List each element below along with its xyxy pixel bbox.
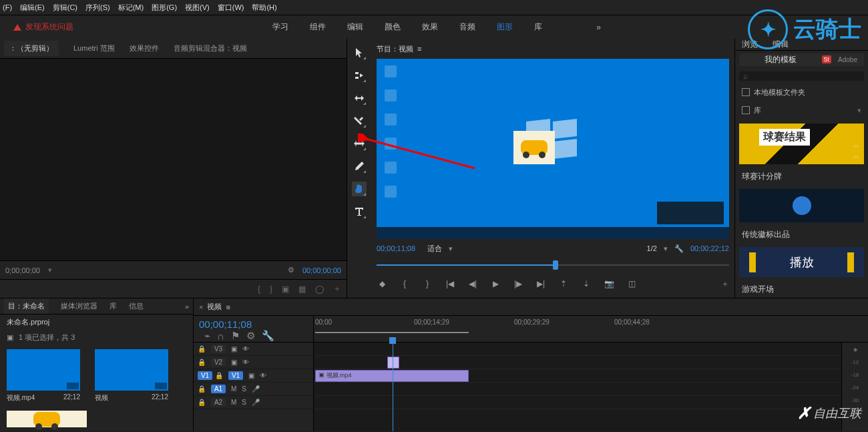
panel-tab[interactable]: 信息 (129, 301, 144, 311)
track-name[interactable]: A2 (211, 398, 226, 407)
program-timecode-right[interactable]: 00;00;22;12 (690, 244, 729, 252)
overwrite-icon[interactable]: ▦ (298, 284, 306, 294)
toggle-output-icon[interactable]: ▣ (231, 345, 237, 353)
slip-tool[interactable] (352, 136, 367, 151)
panel-tab[interactable]: 效果控件 (130, 43, 159, 53)
work-area[interactable] (315, 332, 469, 333)
hand-tool[interactable] (352, 182, 367, 196)
lock-icon[interactable]: 🔒 (198, 359, 206, 366)
track-select-tool[interactable] (352, 68, 367, 83)
workspace-tab[interactable]: 组件 (310, 21, 326, 33)
marker-icon[interactable]: ◆ (377, 278, 387, 289)
mark-out-icon[interactable]: } (270, 284, 272, 294)
lock-icon[interactable]: 🔒 (198, 345, 206, 353)
toggle-sync-icon[interactable]: 👁 (242, 359, 249, 366)
panel-menu-icon[interactable]: ≡ (417, 45, 421, 53)
pen-tool[interactable] (352, 159, 367, 174)
timeline-tracks-area[interactable]: ▣ 视频.mp4 (314, 343, 841, 431)
timeline-timecode[interactable]: 00;00;11;08 (199, 318, 308, 330)
toggle-output-icon[interactable]: ▣ (231, 359, 237, 366)
workspace-tab[interactable]: 效果 (422, 21, 438, 33)
solo-icon[interactable]: S (242, 399, 246, 406)
export-frame-icon[interactable]: 📷 (604, 278, 614, 289)
project-item[interactable]: 视频.mp422;12 (7, 349, 80, 403)
mute-icon[interactable]: M (231, 385, 236, 393)
search-input[interactable]: ⌕ (739, 71, 864, 81)
zoom-fit[interactable]: 适合 (427, 244, 442, 254)
resolution-select[interactable]: 1/2 (647, 244, 657, 252)
source-patch[interactable]: V1 (198, 371, 212, 380)
workspace-tab-active[interactable]: 图形 (497, 21, 513, 33)
ripple-edit-tool[interactable] (352, 91, 367, 105)
dropdown-icon[interactable]: ▾ (857, 106, 861, 115)
workspace-tab[interactable]: 音频 (459, 21, 475, 33)
add-marker-icon[interactable]: ◆ (853, 347, 857, 353)
menu-item[interactable]: 图形(G) (152, 3, 177, 13)
source-timecode-left[interactable]: 0;00;00;00 (5, 266, 40, 274)
mute-icon[interactable]: M (231, 399, 236, 406)
razor-tool[interactable] (352, 114, 367, 128)
project-item[interactable]: 视频22;12 (95, 349, 168, 403)
filter-icon[interactable]: ▣ (7, 333, 13, 342)
settings-icon[interactable]: ⚙ (288, 266, 294, 274)
lock-icon[interactable]: 🔒 (198, 385, 206, 393)
local-templates-checkbox[interactable]: 本地模板文件夹 (742, 87, 861, 97)
track-header-a1[interactable]: 🔒A1MS🎤 (194, 383, 313, 396)
type-tool[interactable] (352, 204, 367, 219)
toggle-output-icon[interactable]: ▣ (248, 372, 254, 379)
link-icon[interactable]: ∩ (217, 331, 224, 342)
mark-in-icon[interactable]: { (399, 278, 410, 289)
lift-icon[interactable]: ⇡ (558, 278, 569, 289)
panel-tab[interactable]: Lumetri 范围 (73, 43, 115, 53)
voice-icon[interactable]: 🎤 (252, 399, 260, 406)
template-preview[interactable] (739, 189, 864, 222)
menu-item[interactable]: 帮助(H) (252, 3, 276, 13)
menu-item[interactable]: 视图(V) (185, 3, 210, 13)
marker-icon[interactable]: ⚑ (231, 330, 240, 342)
go-in-icon[interactable]: |◀ (445, 278, 455, 289)
playhead-handle[interactable] (553, 260, 558, 270)
selection-tool[interactable] (352, 45, 367, 60)
program-timecode-left[interactable]: 00;00;11;08 (377, 244, 415, 252)
dropdown-icon[interactable]: ▾ (449, 244, 453, 253)
toggle-sync-icon[interactable]: 👁 (242, 345, 249, 353)
library-checkbox[interactable]: 库▾ (742, 105, 861, 116)
playhead[interactable] (393, 343, 393, 431)
export-frame-icon[interactable]: ◯ (315, 284, 324, 294)
overflow-icon[interactable]: » (596, 23, 601, 32)
workspace-tab[interactable]: 编辑 (347, 21, 363, 33)
settings-icon[interactable]: 🔧 (674, 244, 684, 253)
add-button-icon[interactable]: ＋ (721, 278, 729, 290)
workspace-tab[interactable]: 学习 (272, 21, 288, 33)
sequence-tab[interactable]: 视频 (207, 302, 222, 312)
menu-item[interactable]: (F) (3, 3, 12, 11)
panel-tab[interactable]: 音频剪辑混合器：视频 (174, 43, 247, 53)
system-alert[interactable]: 发现系统问题 (13, 21, 73, 33)
toggle-sync-icon[interactable]: 👁 (260, 372, 266, 379)
workspace-tab[interactable]: 颜色 (385, 21, 401, 33)
timeline-clip[interactable] (387, 357, 399, 369)
panel-tab[interactable]: 库 (110, 301, 117, 311)
template-preview[interactable]: 播放 (739, 247, 864, 277)
project-item[interactable] (7, 411, 87, 427)
dropdown[interactable]: ▾ (48, 266, 52, 274)
track-header-v1[interactable]: V1🔒V1▣👁 (194, 369, 313, 383)
step-forward-icon[interactable]: |▶ (513, 278, 523, 289)
program-monitor[interactable] (377, 59, 729, 239)
play-icon[interactable]: ▶ (490, 278, 501, 289)
program-title[interactable]: 节目：视频 (377, 44, 413, 54)
add-button-icon[interactable]: ＋ (333, 283, 341, 294)
go-out-icon[interactable]: ▶| (535, 278, 546, 289)
source-monitor[interactable] (0, 59, 347, 260)
menu-item[interactable]: 序列(S) (85, 3, 110, 13)
settings-icon[interactable]: ⚙ (246, 330, 255, 342)
overflow-icon[interactable]: » (185, 302, 189, 310)
track-header-v2[interactable]: 🔒V2▣👁 (194, 356, 313, 369)
panel-tab[interactable]: ：（无剪辑） (4, 41, 59, 56)
mark-out-icon[interactable]: } (422, 278, 433, 289)
compare-icon[interactable]: ◫ (626, 278, 637, 289)
menu-item[interactable]: 标记(M) (118, 3, 144, 13)
menu-item[interactable]: 窗口(W) (218, 3, 244, 13)
menu-item[interactable]: 剪辑(C) (53, 3, 77, 13)
insert-icon[interactable]: ▣ (282, 284, 289, 294)
